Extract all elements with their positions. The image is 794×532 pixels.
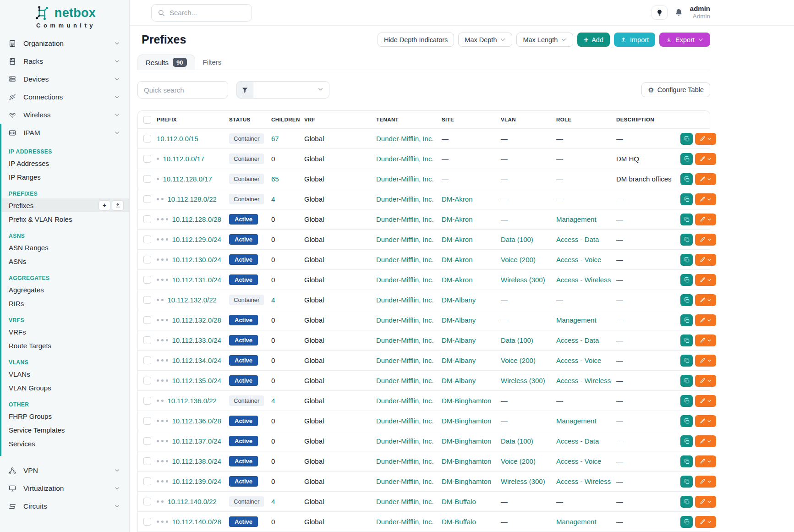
role-link[interactable]: Management bbox=[556, 518, 597, 526]
role-link[interactable]: Management bbox=[556, 316, 597, 324]
row-checkbox[interactable] bbox=[143, 377, 151, 384]
edit-button[interactable] bbox=[695, 314, 716, 326]
tenant-link[interactable]: Dunder-Mifflin, Inc. bbox=[376, 518, 434, 526]
vlan-link[interactable]: Data (100) bbox=[501, 437, 533, 445]
vlan-link[interactable]: Voice (200) bbox=[501, 457, 536, 465]
add-button[interactable]: + Add bbox=[577, 33, 610, 47]
prefix-link[interactable]: 10.112.137.0/24 bbox=[172, 437, 221, 445]
prefix-link[interactable]: 10.112.130.0/24 bbox=[172, 256, 221, 263]
site-link[interactable]: DM-Albany bbox=[442, 316, 476, 324]
site-link[interactable]: DM-Albany bbox=[442, 356, 476, 364]
copy-button[interactable] bbox=[680, 355, 693, 367]
copy-button[interactable] bbox=[680, 476, 693, 488]
sidebar-item-ip-addresses[interactable]: IP Addresses bbox=[1, 156, 129, 170]
site-link[interactable]: DM-Akron bbox=[442, 276, 473, 284]
role-link[interactable]: Access - Voice bbox=[556, 356, 601, 364]
site-link[interactable]: DM-Albany bbox=[442, 296, 476, 304]
site-link[interactable]: DM-Akron bbox=[442, 195, 473, 203]
vlan-link[interactable]: Wireless (300) bbox=[501, 276, 545, 284]
user-menu[interactable]: admin Admin bbox=[690, 5, 710, 20]
copy-button[interactable] bbox=[680, 335, 693, 346]
role-link[interactable]: Access - Data bbox=[556, 437, 599, 445]
vlan-link[interactable]: Voice (200) bbox=[501, 256, 536, 263]
row-checkbox[interactable] bbox=[143, 477, 151, 485]
row-checkbox[interactable] bbox=[143, 256, 151, 263]
row-checkbox[interactable] bbox=[143, 498, 151, 505]
role-link[interactable]: Access - Voice bbox=[556, 256, 601, 263]
prefix-link[interactable]: 10.112.136.0/22 bbox=[168, 397, 217, 405]
prefix-link[interactable]: 10.112.0.0/15 bbox=[157, 135, 198, 143]
tenant-link[interactable]: Dunder-Mifflin, Inc. bbox=[376, 377, 434, 384]
edit-button[interactable] bbox=[695, 476, 716, 488]
tenant-link[interactable]: Dunder-Mifflin, Inc. bbox=[376, 356, 434, 364]
vlan-link[interactable]: Data (100) bbox=[501, 236, 533, 243]
sidebar-item-vrfs[interactable]: VRFs bbox=[1, 325, 129, 339]
sidebar-item-vlan-groups[interactable]: VLAN Groups bbox=[1, 381, 129, 395]
tenant-link[interactable]: Dunder-Mifflin, Inc. bbox=[376, 135, 434, 143]
copy-button[interactable] bbox=[680, 214, 693, 225]
row-checkbox[interactable] bbox=[143, 296, 151, 304]
tab-results[interactable]: Results 90 bbox=[137, 55, 195, 70]
sidebar-item-service-templates[interactable]: Service Templates bbox=[1, 423, 129, 437]
role-link[interactable]: Access - Voice bbox=[556, 457, 601, 465]
edit-button[interactable] bbox=[695, 435, 716, 447]
edit-button[interactable] bbox=[695, 415, 716, 427]
sidebar-item-connections[interactable]: Connections bbox=[0, 88, 129, 106]
row-checkbox[interactable] bbox=[143, 356, 151, 364]
prefix-link[interactable]: 10.112.129.0/24 bbox=[172, 236, 221, 243]
row-checkbox[interactable] bbox=[143, 457, 151, 465]
role-link[interactable]: Access - Data bbox=[556, 336, 599, 344]
prefix-link[interactable]: 10.112.140.0/22 bbox=[168, 498, 217, 505]
tenant-link[interactable]: Dunder-Mifflin, Inc. bbox=[376, 437, 434, 445]
sidebar-item-racks[interactable]: Racks bbox=[0, 52, 129, 70]
tenant-link[interactable]: Dunder-Mifflin, Inc. bbox=[376, 296, 434, 304]
copy-button[interactable] bbox=[680, 415, 693, 427]
edit-button[interactable] bbox=[695, 254, 716, 266]
vlan-link[interactable]: Wireless (300) bbox=[501, 377, 545, 384]
prefix-link[interactable]: 10.112.128.0/22 bbox=[168, 195, 217, 203]
site-link[interactable]: DM-Akron bbox=[442, 215, 473, 223]
copy-button[interactable] bbox=[680, 496, 693, 508]
sidebar-item-route-targets[interactable]: Route Targets bbox=[1, 339, 129, 352]
tenant-link[interactable]: Dunder-Mifflin, Inc. bbox=[376, 215, 434, 223]
children-count-link[interactable]: 4 bbox=[271, 498, 275, 505]
copy-button[interactable] bbox=[680, 375, 693, 387]
site-link[interactable]: DM-Binghamton bbox=[442, 397, 491, 405]
select-all-checkbox[interactable] bbox=[143, 116, 151, 124]
vlan-link[interactable]: Wireless (300) bbox=[501, 477, 545, 485]
sidebar-item-devices[interactable]: Devices bbox=[0, 70, 129, 88]
prefix-link[interactable]: 10.112.132.0/22 bbox=[168, 296, 217, 304]
copy-button[interactable] bbox=[680, 153, 693, 165]
copy-button[interactable] bbox=[680, 173, 693, 185]
copy-button[interactable] bbox=[680, 395, 693, 407]
edit-button[interactable] bbox=[695, 153, 716, 165]
sidebar-item-virtualization[interactable]: Virtualization bbox=[0, 479, 129, 497]
sidebar-item-circuits[interactable]: Circuits bbox=[0, 497, 129, 515]
row-checkbox[interactable] bbox=[143, 417, 151, 425]
prefix-link[interactable]: 10.112.131.0/24 bbox=[172, 276, 221, 284]
site-link[interactable]: DM-Buffalo bbox=[442, 518, 476, 526]
prefix-link[interactable]: 10.112.140.0/28 bbox=[172, 518, 221, 526]
edit-button[interactable] bbox=[695, 193, 716, 205]
copy-button[interactable] bbox=[680, 234, 693, 246]
prefix-link[interactable]: 10.112.0.0/17 bbox=[163, 155, 205, 163]
row-checkbox[interactable] bbox=[143, 155, 151, 163]
prefix-link[interactable]: 10.112.136.0/28 bbox=[172, 417, 221, 425]
edit-button[interactable] bbox=[695, 455, 716, 467]
sidebar-item-rirs[interactable]: RIRs bbox=[1, 296, 129, 310]
prefix-link[interactable]: 10.112.128.0/17 bbox=[163, 175, 212, 183]
prefix-link[interactable]: 10.112.139.0/24 bbox=[172, 477, 221, 485]
sidebar-item-fhrp-groups[interactable]: FHRP Groups bbox=[1, 409, 129, 423]
site-link[interactable]: DM-Albany bbox=[442, 336, 476, 344]
children-count-link[interactable]: 67 bbox=[271, 135, 279, 143]
role-link[interactable]: Access - Wireless bbox=[556, 477, 611, 485]
site-link[interactable]: DM-Binghamton bbox=[442, 477, 491, 485]
prefix-link[interactable]: 10.112.135.0/24 bbox=[172, 377, 221, 384]
notifications-bell-icon[interactable] bbox=[674, 8, 683, 17]
hide-depth-indicators-button[interactable]: Hide Depth Indicators bbox=[378, 33, 454, 47]
row-checkbox[interactable] bbox=[143, 336, 151, 344]
row-checkbox[interactable] bbox=[143, 236, 151, 243]
tenant-link[interactable]: Dunder-Mifflin, Inc. bbox=[376, 236, 434, 243]
site-link[interactable]: DM-Binghamton bbox=[442, 417, 491, 425]
prefix-link[interactable]: 10.112.132.0/28 bbox=[172, 316, 221, 324]
